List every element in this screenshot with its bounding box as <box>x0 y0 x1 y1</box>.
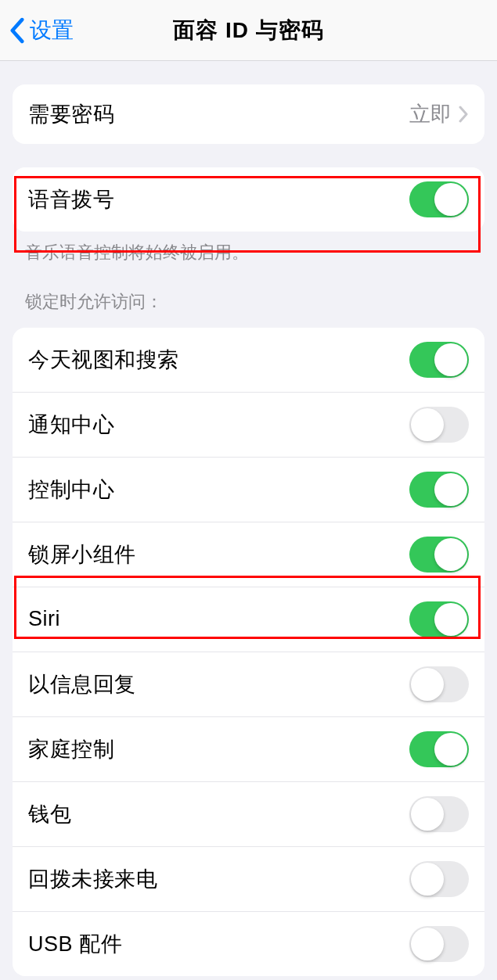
require-passcode-value: 立即 <box>409 100 452 128</box>
require-passcode-group: 需要密码 立即 <box>13 84 484 144</box>
require-passcode-row[interactable]: 需要密码 立即 <box>13 84 484 144</box>
lock-access-group: 今天视图和搜索通知中心控制中心锁屏小组件Siri以信息回复家庭控制钱包回拨未接来… <box>13 328 484 976</box>
lock-access-label: 钱包 <box>28 800 71 828</box>
lock-access-toggle[interactable] <box>409 666 469 702</box>
voice-dial-footer: 音乐语音控制将始终被启用。 <box>0 232 497 265</box>
lock-access-toggle[interactable] <box>409 796 469 832</box>
lock-access-label: 通知中心 <box>28 411 114 439</box>
lock-access-label: 控制中心 <box>28 476 114 504</box>
voice-dial-label: 语音拨号 <box>28 185 114 214</box>
lock-access-label: 以信息回复 <box>28 670 136 698</box>
lock-access-label: USB 配件 <box>28 930 122 958</box>
lock-access-row: 控制中心 <box>13 457 484 522</box>
require-passcode-label: 需要密码 <box>28 100 114 128</box>
lock-access-row: 今天视图和搜索 <box>13 328 484 392</box>
lock-access-row: USB 配件 <box>13 911 484 976</box>
lock-access-row: Siri <box>13 587 484 652</box>
lock-access-label: 锁屏小组件 <box>28 540 136 569</box>
lock-access-footer: iPhone 锁定超过一小时后，需先解锁 iPhone 才能允许 USB 配件连… <box>0 976 497 980</box>
lock-access-row: 通知中心 <box>13 392 484 457</box>
lock-access-toggle[interactable] <box>409 926 469 962</box>
lock-access-row: 回拨未接来电 <box>13 846 484 911</box>
back-button[interactable]: 设置 <box>9 16 74 45</box>
lock-access-toggle[interactable] <box>409 537 469 573</box>
lock-access-row: 家庭控制 <box>13 716 484 781</box>
voice-dial-row: 语音拨号 <box>13 167 484 232</box>
back-label: 设置 <box>30 16 74 45</box>
lock-access-label: 今天视图和搜索 <box>28 346 179 374</box>
lock-access-toggle[interactable] <box>409 407 469 443</box>
lock-access-label: 回拨未接来电 <box>28 865 157 893</box>
lock-access-row: 以信息回复 <box>13 652 484 716</box>
lock-access-row: 锁屏小组件 <box>13 522 484 587</box>
lock-access-toggle[interactable] <box>409 472 469 508</box>
lock-access-toggle[interactable] <box>409 601 469 637</box>
lock-access-toggle[interactable] <box>409 861 469 897</box>
lock-access-label: 家庭控制 <box>28 735 114 763</box>
page-title: 面容 ID 与密码 <box>173 16 324 45</box>
lock-access-row: 钱包 <box>13 781 484 846</box>
voice-dial-group: 语音拨号 <box>13 167 484 232</box>
chevron-right-icon <box>458 106 469 123</box>
voice-dial-toggle[interactable] <box>409 181 469 217</box>
lock-access-toggle[interactable] <box>409 731 469 767</box>
lock-access-header: 锁定时允许访问： <box>0 265 497 321</box>
navigation-header: 设置 面容 ID 与密码 <box>0 0 497 61</box>
lock-access-toggle[interactable] <box>409 342 469 378</box>
chevron-left-icon <box>9 17 25 44</box>
lock-access-label: Siri <box>28 607 60 631</box>
